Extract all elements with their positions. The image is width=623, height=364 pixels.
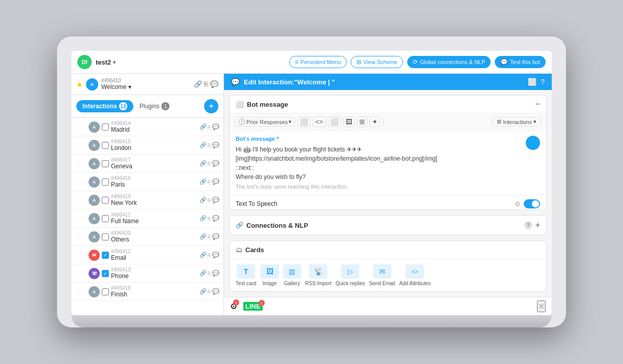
attributes-icon: <>	[406, 264, 424, 279]
link-icon-button[interactable]: 🔗	[194, 80, 202, 88]
link-icon[interactable]: 🔗	[200, 270, 207, 277]
bot-message-text[interactable]: Hi 🤖 I'll help you book your flight tick…	[236, 145, 522, 181]
gallery-card-button[interactable]: ▥ Gallery	[283, 264, 301, 286]
copy-icon[interactable]: ⎘	[208, 142, 211, 148]
list-item[interactable]: ⋮⋮ A #496417 Geneva 🔗 ⎘ 💬	[71, 155, 223, 173]
bot-name[interactable]: test2 ▾	[96, 58, 116, 66]
persistent-menu-button[interactable]: ≡ Persistent Menu	[289, 56, 347, 68]
chat-icon[interactable]: 💬	[212, 142, 219, 148]
list-item[interactable]: ⋮⋮ A #496416 Paris 🔗 ⎘ 💬	[71, 173, 223, 191]
tab-interactions[interactable]: Interactions 13	[76, 100, 133, 112]
copy-icon[interactable]: ⎘	[208, 197, 211, 203]
toolbar-icon-5[interactable]: ⊞	[357, 116, 367, 127]
link-icon[interactable]: 🔗	[200, 178, 207, 185]
chat-icon[interactable]: 💬	[212, 252, 219, 258]
edit-header-help-button[interactable]: ?	[541, 78, 545, 86]
chat-icon[interactable]: 💬	[212, 178, 219, 185]
chat-icon[interactable]: 💬	[212, 197, 219, 203]
interactions-dropdown-button[interactable]: ⊞ Interactions ▾	[492, 117, 541, 127]
copy-icon[interactable]: ⎘	[208, 270, 211, 277]
chat-icon[interactable]: 💬	[212, 160, 219, 167]
copy-icon[interactable]: ⎘	[208, 179, 211, 185]
toolbar-icon-6[interactable]: ✦	[370, 116, 380, 127]
list-item[interactable]: ⋮⋮ A #496414 Madrid 🔗 ⎘ 💬	[71, 118, 223, 136]
chat-icon[interactable]: 💬	[212, 270, 219, 277]
panel-content: ⬜ Bot message − 🕐 Prior Responses ▾	[224, 90, 552, 297]
global-connections-button[interactable]: ⟳ Global connections & NLP	[407, 56, 491, 68]
bot-message-title: Bot message	[247, 101, 532, 108]
test-bot-button[interactable]: 💬 Test this bot	[495, 56, 546, 68]
translate-button[interactable]: 🌐	[526, 136, 540, 150]
bot-message-card: ⬜ Bot message − 🕐 Prior Responses ▾	[229, 95, 547, 210]
view-scheme-button[interactable]: ⊞ View Scheme	[351, 56, 403, 68]
chat-icon[interactable]: 💬	[212, 288, 219, 295]
chat-icon[interactable]: 💬	[212, 124, 219, 130]
add-interaction-button[interactable]: +	[204, 99, 218, 113]
item-checkbox[interactable]	[102, 197, 109, 204]
link-icon[interactable]: 🔗	[200, 252, 207, 258]
chevron-down-icon: ▾	[113, 59, 116, 65]
copy-icon[interactable]: ⎘	[208, 161, 211, 167]
toolbar-icon-2[interactable]: <>	[313, 116, 325, 127]
toolbar-icon-3[interactable]: ⬜	[328, 116, 341, 127]
list-item[interactable]: ⋮⋮ ✉ ✓ #496412 Email 🔗 ⎘ 💬	[71, 246, 223, 264]
link-icon[interactable]: 🔗	[200, 197, 207, 203]
list-item[interactable]: ⋮⋮ A #496418 Finish 🔗 ⎘ 💬	[71, 283, 223, 301]
copy-icon[interactable]: ⎘	[208, 124, 211, 130]
item-checkbox[interactable]	[102, 233, 109, 240]
gear-icon[interactable]: ⚙	[515, 200, 521, 208]
item-checkbox-checked[interactable]: ✓	[102, 270, 109, 277]
send-email-button[interactable]: ✉ Send Email	[369, 264, 395, 286]
list-item[interactable]: ⋮⋮ A #496415 London 🔗 ⎘ 💬	[71, 136, 223, 155]
item-checkbox[interactable]	[102, 215, 109, 222]
item-checkbox[interactable]	[102, 178, 109, 186]
item-checkbox-checked[interactable]: ✓	[102, 252, 109, 259]
copy-icon[interactable]: ⎘	[208, 234, 211, 240]
copy-icon[interactable]: ⎘	[208, 216, 211, 222]
chat-icon-button[interactable]: 💬	[210, 80, 218, 88]
link-icon[interactable]: 🔗	[200, 215, 207, 222]
copy-icon[interactable]: ⎘	[208, 289, 211, 295]
add-connection-button[interactable]: +	[535, 221, 540, 230]
menu-icon: ≡	[295, 58, 298, 66]
item-checkbox[interactable]	[102, 124, 109, 131]
add-attributes-button[interactable]: <> Add Attributes	[399, 264, 431, 286]
copy-icon-button[interactable]: ⎘	[204, 80, 208, 88]
drag-handle-icon: ⋮⋮	[75, 270, 86, 276]
tts-toggle[interactable]	[524, 199, 540, 208]
image-card-button[interactable]: 🖼 Image	[261, 264, 279, 286]
item-checkbox[interactable]	[102, 288, 109, 295]
text-card-button[interactable]: T Text card	[236, 264, 257, 286]
collapse-button[interactable]: −	[535, 100, 540, 109]
quick-replies-button[interactable]: ▷ Quick replies	[335, 264, 365, 286]
link-red-icon[interactable]: 🔗	[200, 288, 207, 295]
link-icon[interactable]: 🔗	[200, 233, 207, 240]
rss-import-button[interactable]: 📡 RSS Import	[305, 264, 332, 286]
list-item[interactable]: ⋮⋮ A #496420 Others 🔗 ⎘ 💬	[71, 228, 223, 246]
gear-status-icon[interactable]: ⚙ 1	[230, 301, 237, 311]
bot-hint-text: The bot's reply upon reaching this inter…	[236, 184, 522, 190]
close-button[interactable]: ✕	[537, 300, 546, 312]
list-item[interactable]: ⋮⋮ ☏ ✓ #496413 Phone 🔗 ⎘ 💬	[71, 264, 223, 283]
link-icon[interactable]: 🔗	[200, 160, 207, 167]
item-checkbox[interactable]	[102, 142, 109, 149]
chat-icon[interactable]: 💬	[212, 215, 219, 222]
edit-header-share-button[interactable]: ⬜	[528, 78, 536, 86]
list-item[interactable]: ⋮⋮ A #496419 New York 🔗 ⎘ 💬	[71, 191, 223, 209]
list-item[interactable]: ⋮⋮ A #496411 Full Name 🔗 ⎘ 💬	[71, 209, 223, 228]
gallery-icon: ▥	[283, 264, 301, 279]
help-icon[interactable]: ?	[524, 221, 532, 229]
copy-icon[interactable]: ⎘	[208, 252, 211, 258]
line-status-icon[interactable]: LINE 1	[243, 302, 263, 311]
star-icon[interactable]: ★	[76, 80, 83, 88]
link-icon[interactable]: 🔗	[200, 124, 207, 130]
image-label: Image	[263, 281, 277, 286]
chat-icon[interactable]: 💬	[212, 233, 219, 240]
drag-handle-icon: ⋮⋮	[75, 234, 86, 239]
prior-responses-button[interactable]: 🕐 Prior Responses ▾	[235, 117, 295, 127]
item-checkbox[interactable]	[102, 160, 109, 167]
toolbar-icon-4[interactable]: 🖼	[343, 116, 355, 127]
toolbar-icon-1[interactable]: ⬜	[297, 116, 310, 127]
tab-plugins[interactable]: Plugins 1	[135, 100, 174, 112]
link-icon[interactable]: 🔗	[200, 142, 207, 148]
